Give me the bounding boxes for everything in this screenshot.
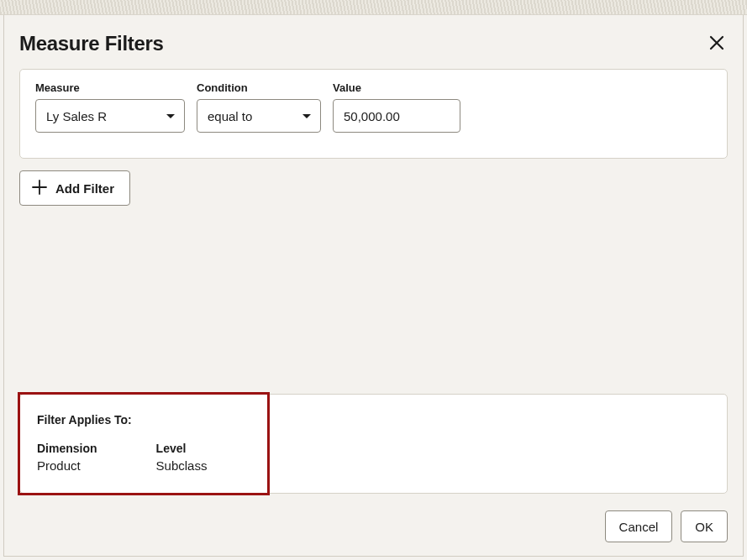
measure-select[interactable]: Ly Sales R	[35, 99, 185, 133]
measure-field-group: Measure Ly Sales R	[35, 81, 185, 133]
content-spacer	[19, 206, 728, 394]
filter-field-row: Measure Ly Sales R Condition equal to	[35, 81, 712, 133]
chevron-down-icon	[166, 108, 176, 123]
dimension-value: Product	[37, 458, 97, 473]
value-label: Value	[333, 81, 460, 94]
value-input[interactable]	[333, 99, 460, 133]
add-filter-button[interactable]: Add Filter	[19, 170, 130, 206]
dimension-column: Dimension Product	[37, 442, 97, 473]
filter-applies-card: Filter Applies To: Dimension Product Lev…	[19, 394, 728, 494]
filter-applies-title: Filter Applies To:	[37, 413, 710, 427]
modal-footer: Cancel OK	[19, 510, 728, 542]
level-label: Level	[156, 442, 208, 455]
dimension-label: Dimension	[37, 442, 97, 455]
condition-select[interactable]: equal to	[197, 99, 321, 133]
level-value: Subclass	[156, 458, 208, 473]
filter-applies-columns: Dimension Product Level Subclass	[37, 442, 710, 473]
background-texture	[0, 0, 747, 15]
condition-field-group: Condition equal to	[197, 81, 321, 133]
close-button[interactable]	[706, 32, 728, 54]
measure-filters-modal: Measure Filters Measure Ly Sales R Condi…	[3, 15, 744, 557]
condition-select-value: equal to	[208, 109, 252, 123]
ok-button[interactable]: OK	[681, 510, 728, 542]
add-filter-label: Add Filter	[55, 181, 114, 196]
plus-icon	[32, 180, 47, 197]
measure-select-value: Ly Sales R	[46, 109, 107, 123]
value-field-group: Value	[333, 81, 460, 133]
measure-label: Measure	[35, 81, 185, 94]
modal-header: Measure Filters	[19, 32, 728, 55]
chevron-down-icon	[302, 108, 312, 123]
condition-label: Condition	[197, 81, 321, 94]
modal-title: Measure Filters	[19, 32, 164, 55]
cancel-button[interactable]: Cancel	[605, 510, 673, 542]
filter-row-card: Measure Ly Sales R Condition equal to	[19, 69, 728, 159]
level-column: Level Subclass	[156, 442, 208, 473]
